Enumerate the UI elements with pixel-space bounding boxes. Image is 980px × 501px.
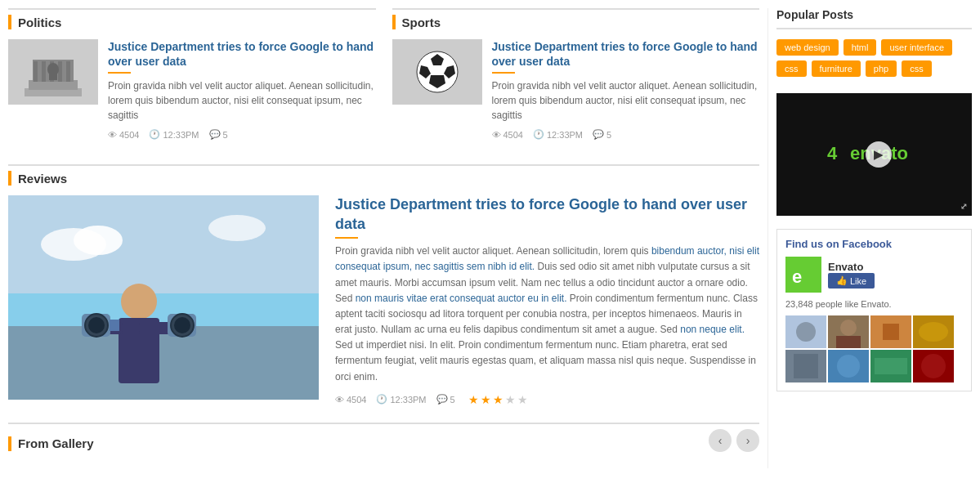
facebook-page-name: Envato <box>828 261 875 273</box>
from-gallery-section: From Gallery ‹ › <box>8 423 759 459</box>
sports-meta: 👁 4504 🕐 12:33PM 💬 5 <box>492 129 760 140</box>
star-1: ★ <box>468 393 479 406</box>
politics-time: 🕐 12:33PM <box>149 129 199 140</box>
reviews-comments: 💬 5 <box>436 394 455 405</box>
svg-rect-34 <box>785 257 821 293</box>
review-link-3[interactable]: non neque elit. <box>680 324 745 335</box>
comment-icon: 💬 <box>209 129 221 140</box>
sports-article: Justice Department tries to force Google… <box>392 39 760 140</box>
svg-rect-27 <box>110 320 119 331</box>
reviews-time: 🕐 12:33PM <box>376 394 426 405</box>
sports-excerpt: Proin gravida nibh vel velit auctor aliq… <box>492 78 760 123</box>
svg-rect-42 <box>883 324 899 340</box>
facebook-widget: Find us on Facebook e Envato 👍 Like 23,8 <box>776 229 972 391</box>
reviews-excerpt: Proin gravida nibh vel velit auctor aliq… <box>335 244 759 385</box>
tag-css-1[interactable]: css <box>776 60 807 77</box>
sports-comments: 💬 5 <box>593 129 611 140</box>
svg-point-29 <box>88 317 105 333</box>
reviews-stars: ★ ★ ★ ★ ★ <box>468 393 528 406</box>
politics-accent <box>8 15 11 29</box>
popular-posts-title: Popular Posts <box>776 8 972 29</box>
svg-point-44 <box>919 322 948 342</box>
politics-article-title[interactable]: Justice Department tries to force Google… <box>108 40 374 68</box>
politics-divider <box>108 72 131 74</box>
facebook-like-button[interactable]: 👍 Like <box>828 273 875 289</box>
fb-photo-1 <box>785 315 826 348</box>
tag-cloud: web design html user interface css furni… <box>776 39 972 77</box>
sports-title: Sports <box>402 16 448 29</box>
svg-rect-6 <box>58 61 62 82</box>
svg-point-48 <box>837 355 860 378</box>
play-button[interactable]: ▶ <box>866 141 892 168</box>
review-link-1[interactable]: bibendum auctor, nisi elit consequat ips… <box>335 245 759 272</box>
like-icon: 👍 <box>836 275 848 286</box>
gallery-navigation: ‹ › <box>709 429 759 452</box>
facebook-title: Find us on Facebook <box>785 238 963 250</box>
star-5: ★ <box>517 393 528 406</box>
gallery-prev-button[interactable]: ‹ <box>709 429 732 452</box>
politics-excerpt: Proin gravida nibh vel velit auctor aliq… <box>108 78 376 123</box>
popular-posts-section: Popular Posts web design html user inter… <box>776 8 972 77</box>
svg-rect-24 <box>139 322 172 334</box>
comment-icon: 💬 <box>436 394 448 405</box>
video-player[interactable]: envato 4 ▶ ⤢ <box>776 93 972 216</box>
tag-user-interface[interactable]: user interface <box>881 39 952 56</box>
tag-php[interactable]: php <box>866 60 897 77</box>
politics-section: Politics <box>8 8 376 148</box>
svg-rect-4 <box>42 61 46 82</box>
facebook-photos <box>785 315 963 382</box>
review-link-2[interactable]: non mauris vitae erat consequat auctor e… <box>356 293 567 304</box>
sports-section: Sports Justice Depart <box>392 8 760 148</box>
svg-rect-7 <box>66 61 70 82</box>
from-gallery-header: From Gallery ‹ › <box>8 423 759 459</box>
sports-article-title[interactable]: Justice Department tries to force Google… <box>492 40 758 68</box>
tag-html[interactable]: html <box>844 39 877 56</box>
reviews-image <box>8 195 319 400</box>
reviews-header: Reviews <box>8 164 759 186</box>
politics-article: Justice Department tries to force Google… <box>8 39 376 140</box>
fb-photo-2 <box>828 315 869 348</box>
clock-icon: 🕐 <box>376 394 387 405</box>
fb-photo-8 <box>913 350 954 382</box>
fb-photo-5 <box>785 350 826 382</box>
tag-web-design[interactable]: web design <box>776 39 839 56</box>
svg-rect-50 <box>875 358 907 374</box>
gallery-accent <box>8 436 11 451</box>
reviews-article-title[interactable]: Justice Department tries to force Google… <box>335 196 747 231</box>
expand-icon: ⤢ <box>960 202 967 211</box>
sports-divider <box>492 72 515 74</box>
clock-icon: 🕐 <box>533 129 544 140</box>
fb-photo-4 <box>913 315 954 348</box>
reviews-title: Reviews <box>18 172 74 186</box>
eye-icon: 👁 <box>492 130 501 140</box>
comment-icon: 💬 <box>593 129 604 140</box>
eye-icon: 👁 <box>108 130 117 140</box>
politics-title: Politics <box>18 16 68 29</box>
facebook-profile: e Envato 👍 Like <box>785 257 963 293</box>
svg-rect-9 <box>49 74 57 80</box>
svg-point-18 <box>74 226 123 255</box>
tag-furniture[interactable]: furniture <box>812 60 861 77</box>
star-4: ★ <box>505 393 516 406</box>
politics-article-body: Justice Department tries to force Google… <box>108 39 376 140</box>
sports-header: Sports <box>392 8 760 29</box>
svg-text:4: 4 <box>827 143 838 163</box>
clock-icon: 🕐 <box>149 129 160 140</box>
politics-thumb <box>8 39 98 105</box>
svg-point-52 <box>921 354 946 378</box>
facebook-page-info: Envato 👍 Like <box>828 261 875 289</box>
fb-photo-7 <box>870 350 911 382</box>
svg-point-37 <box>796 322 816 342</box>
tag-css-2[interactable]: css <box>902 60 932 77</box>
gallery-next-button[interactable]: › <box>736 429 759 452</box>
reviews-article: Justice Department tries to force Google… <box>8 195 759 405</box>
politics-views: 👁 4504 <box>108 130 139 140</box>
star-3: ★ <box>493 393 503 406</box>
svg-point-19 <box>208 215 266 241</box>
gallery-title: From Gallery <box>18 436 101 450</box>
eye-icon: 👁 <box>335 395 344 405</box>
svg-point-39 <box>840 320 857 336</box>
svg-point-8 <box>47 63 59 76</box>
politics-meta: 👁 4504 🕐 12:33PM 💬 5 <box>108 129 376 140</box>
reviews-body: Justice Department tries to force Google… <box>335 195 759 405</box>
